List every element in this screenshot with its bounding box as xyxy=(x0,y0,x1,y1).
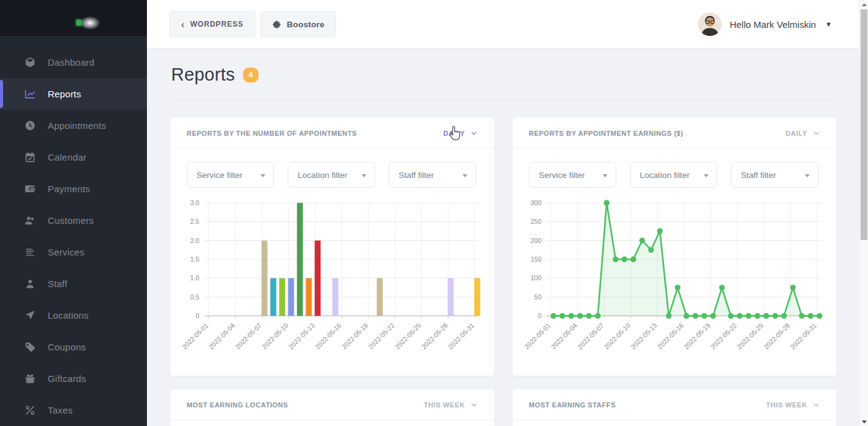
sidebar-item-customers[interactable]: Customers xyxy=(0,205,147,236)
sidebar-nav: DashboardReportsAppointmentsCalendarPaym… xyxy=(0,37,147,426)
sidebar-item-services[interactable]: Services xyxy=(0,236,147,268)
wordpress-back-button[interactable]: ‹ WORDPRESS xyxy=(169,11,255,37)
app-root: DashboardReportsAppointmentsCalendarPaym… xyxy=(0,0,868,426)
calendar-check-icon xyxy=(23,151,37,164)
topbar: ‹ WORDPRESS Boostore xyxy=(147,0,868,48)
user-greeting: Hello Mark Velmiskin xyxy=(730,19,816,30)
svg-text:2.5: 2.5 xyxy=(190,218,200,225)
earnings-report-card: REPORTS BY APPOINTMENT EARNINGS ($) DAIL… xyxy=(513,118,836,376)
svg-text:2022-05-10: 2022-05-10 xyxy=(603,321,632,350)
staffs-period-dropdown[interactable]: THIS WEEK xyxy=(766,401,820,409)
earnings-period-dropdown[interactable]: DAILY xyxy=(786,129,820,137)
caret-down-icon xyxy=(704,174,709,177)
location-arrow-icon xyxy=(23,309,37,322)
list-lines-icon xyxy=(23,246,37,259)
svg-text:2022-05-31: 2022-05-31 xyxy=(789,321,818,350)
svg-text:2022-05-28: 2022-05-28 xyxy=(420,321,449,350)
svg-text:300: 300 xyxy=(531,199,542,206)
sidebar-item-label: Taxes xyxy=(48,405,73,415)
chevron-down-icon xyxy=(812,401,820,409)
card-title: MOST EARNING STAFFS xyxy=(529,401,616,409)
sidebar-item-payments[interactable]: Payments xyxy=(0,173,147,205)
svg-text:2022-05-16: 2022-05-16 xyxy=(314,321,343,350)
app-logo[interactable] xyxy=(0,0,147,37)
sidebar: DashboardReportsAppointmentsCalendarPaym… xyxy=(0,0,147,426)
gift-icon xyxy=(23,372,37,386)
sidebar-item-label: Customers xyxy=(48,215,94,226)
earnings-line-chart: 0501001502002503002022-05-012022-05-0420… xyxy=(513,190,836,376)
svg-text:150: 150 xyxy=(531,255,542,263)
user-icon xyxy=(23,277,37,291)
location-filter-select[interactable]: Location filter xyxy=(630,162,717,188)
svg-text:1.5: 1.5 xyxy=(190,255,200,263)
appointments-bar-chart: 00.51.01.52.02.53.02022-05-012022-05-042… xyxy=(170,190,494,376)
svg-text:2022-05-28: 2022-05-28 xyxy=(762,321,791,350)
svg-text:2022-05-07: 2022-05-07 xyxy=(576,321,605,350)
chevron-down-icon: ▼ xyxy=(825,20,832,28)
caret-down-icon xyxy=(805,174,810,177)
wallet-icon xyxy=(23,182,37,196)
appointments-period-dropdown[interactable]: DAILY xyxy=(443,129,478,137)
sidebar-item-label: Locations xyxy=(48,310,89,321)
chevron-down-icon xyxy=(812,129,820,137)
staff-filter-select[interactable]: Staff filter xyxy=(731,162,818,188)
sidebar-item-label: Payments xyxy=(48,184,90,194)
sidebar-item-label: Giftcards xyxy=(48,373,86,384)
sidebar-item-taxes[interactable]: Taxes xyxy=(0,394,147,426)
chevron-down-icon xyxy=(470,129,478,137)
appointments-filters: Service filterLocation filterStaff filte… xyxy=(170,149,494,190)
locations-period-dropdown[interactable]: THIS WEEK xyxy=(423,401,478,409)
svg-text:200: 200 xyxy=(531,237,542,244)
appointments-report-card: REPORTS BY THE NUMBER OF APPOINTMENTS DA… xyxy=(170,118,494,376)
svg-text:250: 250 xyxy=(531,218,542,225)
sidebar-item-label: Calendar xyxy=(48,152,86,162)
sidebar-item-locations[interactable]: Locations xyxy=(0,300,147,331)
logo-glow-icon xyxy=(79,16,100,30)
svg-text:2022-05-19: 2022-05-19 xyxy=(683,321,712,350)
card-title: MOST EARNING LOCATIONS xyxy=(187,401,288,409)
user-avatar xyxy=(698,12,722,36)
sidebar-item-appointments[interactable]: Appointments xyxy=(0,110,147,141)
svg-text:2022-05-13: 2022-05-13 xyxy=(629,321,658,350)
caret-down-icon xyxy=(603,174,608,177)
main-area: ‹ WORDPRESS Boostore xyxy=(147,0,868,426)
card-title: REPORTS BY APPOINTMENT EARNINGS ($) xyxy=(529,130,683,137)
svg-text:50: 50 xyxy=(534,293,542,301)
svg-text:2022-05-22: 2022-05-22 xyxy=(709,321,738,350)
scrollbar-thumb[interactable] xyxy=(861,9,867,240)
svg-text:2022-05-01: 2022-05-01 xyxy=(180,321,210,350)
svg-text:2.0: 2.0 xyxy=(190,237,200,244)
page-content: Reports 4 REPORTS BY THE NUMBER OF APPOI… xyxy=(147,48,868,426)
svg-text:2022-05-31: 2022-05-31 xyxy=(446,321,476,350)
sidebar-item-dashboard[interactable]: Dashboard xyxy=(0,47,147,78)
scroll-down-icon[interactable] xyxy=(859,417,868,426)
chevron-down-icon xyxy=(470,401,478,409)
sidebar-item-label: Staff xyxy=(48,278,68,289)
staff-filter-select[interactable]: Staff filter xyxy=(389,162,476,188)
caret-down-icon xyxy=(463,174,467,177)
svg-text:2022-05-04: 2022-05-04 xyxy=(207,321,236,350)
sidebar-item-label: Coupons xyxy=(48,342,86,352)
sidebar-item-giftcards[interactable]: Giftcards xyxy=(0,363,147,394)
caret-down-icon xyxy=(361,174,366,177)
svg-text:3.0: 3.0 xyxy=(190,199,200,206)
svg-text:2022-05-22: 2022-05-22 xyxy=(367,321,396,350)
boostore-button[interactable]: Boostore xyxy=(260,11,337,37)
sidebar-item-calendar[interactable]: Calendar xyxy=(0,141,147,173)
scroll-up-icon[interactable] xyxy=(859,0,868,9)
svg-text:2022-05-25: 2022-05-25 xyxy=(735,321,764,350)
sidebar-item-label: Services xyxy=(48,247,84,257)
sidebar-item-staff[interactable]: Staff xyxy=(0,268,147,300)
service-filter-select[interactable]: Service filter xyxy=(187,162,274,188)
cube-icon xyxy=(23,56,37,69)
sidebar-item-coupons[interactable]: Coupons xyxy=(0,331,147,363)
vertical-scrollbar[interactable] xyxy=(859,0,868,426)
boostore-button-label: Boostore xyxy=(287,20,325,29)
location-filter-select[interactable]: Location filter xyxy=(288,162,375,188)
service-filter-select[interactable]: Service filter xyxy=(529,162,616,188)
user-menu[interactable]: Hello Mark Velmiskin ▼ xyxy=(698,12,832,36)
chart-line-icon xyxy=(23,87,37,101)
percent-icon xyxy=(23,404,37,417)
svg-text:0: 0 xyxy=(538,312,542,319)
sidebar-item-reports[interactable]: Reports xyxy=(0,78,147,110)
